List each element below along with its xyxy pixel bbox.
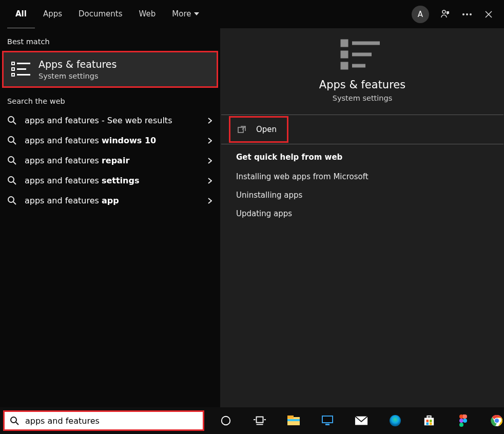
preview-panel: Apps & features System settings Open Get… [221,28,504,407]
svg-rect-50 [427,423,429,425]
svg-rect-27 [342,63,347,68]
preview-title: Apps & features [319,79,405,91]
search-web-heading: Search the web [0,97,220,110]
search-input[interactable] [24,416,198,426]
svg-rect-7 [12,62,14,65]
web-result-label: apps and features windows 10 [25,136,200,145]
tab-more[interactable]: More [164,0,207,28]
chevron-right-icon [208,158,213,163]
more-icon[interactable] [462,9,472,20]
svg-point-15 [8,137,14,142]
svg-point-33 [222,417,230,425]
quick-link-2[interactable]: Updating apps [236,209,292,218]
task-view-icon[interactable] [253,413,267,428]
tab-apps[interactable]: Apps [35,0,70,28]
svg-line-14 [13,122,16,124]
best-match-heading: Best match [0,37,220,51]
open-button[interactable]: Open [229,116,288,143]
svg-point-54 [463,414,467,419]
svg-point-1 [442,10,445,13]
main: Best match Apps & features System settin… [0,28,504,407]
best-match-subtitle: System settings [38,72,117,80]
apps-features-icon [11,60,31,79]
close-icon[interactable] [483,9,494,20]
header-tabs: All Apps Documents Web More [7,0,207,29]
tab-documents[interactable]: Documents [70,0,131,28]
header-right-icons: A [412,6,499,23]
search-icon [7,176,16,185]
svg-point-13 [8,117,14,122]
cortana-icon[interactable] [219,413,233,428]
web-result-2[interactable]: apps and features repair [0,150,220,171]
svg-point-17 [8,157,14,162]
chevron-right-icon [208,198,213,203]
svg-rect-23 [342,41,347,46]
mail-icon[interactable] [354,413,369,428]
svg-rect-51 [430,423,432,425]
web-result-3[interactable]: apps and features settings [0,171,220,191]
svg-rect-40 [287,419,300,421]
svg-point-19 [8,177,14,182]
svg-line-22 [13,202,16,204]
chevron-right-icon [208,138,213,143]
avatar[interactable]: A [412,6,429,23]
svg-rect-39 [287,416,294,419]
search-icon [7,156,16,165]
svg-point-61 [495,419,499,423]
svg-line-20 [13,182,16,184]
svg-rect-9 [12,68,14,70]
svg-line-32 [16,422,18,425]
chevron-down-icon [194,12,199,15]
web-result-1[interactable]: apps and features windows 10 [0,130,220,150]
tab-web[interactable]: Web [131,0,164,28]
svg-rect-43 [325,424,329,425]
web-result-label: apps and features settings [25,176,200,185]
edge-icon[interactable] [388,413,402,428]
web-result-0[interactable]: apps and features - See web results [0,110,220,130]
best-match-title: Apps & features [38,59,117,70]
web-result-label: apps and features - See web results [25,116,200,125]
svg-point-4 [470,13,472,15]
svg-line-16 [13,142,16,144]
web-result-label: apps and features repair [25,156,200,165]
svg-rect-34 [257,417,263,423]
chrome-icon[interactable] [490,413,504,428]
open-label: Open [256,125,277,134]
taskbar-icons [204,413,504,428]
svg-marker-0 [194,12,199,15]
preview-subtitle: System settings [333,94,393,102]
microsoft-store-icon[interactable] [422,413,436,428]
open-icon [238,125,247,134]
web-result-4[interactable]: apps and features app [0,191,220,211]
svg-point-45 [390,415,401,426]
svg-point-21 [8,197,14,202]
svg-point-3 [466,13,468,15]
feedback-icon[interactable] [440,9,451,20]
taskbar [0,407,504,434]
taskbar-searchbox[interactable] [3,410,204,431]
svg-point-56 [463,419,467,423]
best-match-item[interactable]: Apps & features System settings [2,51,218,88]
tab-all[interactable]: All [7,0,35,29]
chevron-right-icon [208,178,213,183]
svg-rect-29 [238,127,243,133]
figma-icon[interactable] [456,413,470,428]
results-panel: Best match Apps & features System settin… [0,28,221,407]
web-result-label: apps and features app [25,196,200,205]
apps-features-icon [340,37,385,72]
svg-line-18 [13,162,16,164]
svg-rect-48 [427,420,429,422]
quick-link-0[interactable]: Installing web apps from Microsoft [236,172,369,181]
preview-hero: Apps & features System settings [221,37,504,115]
settings-app-icon[interactable] [320,413,335,428]
file-explorer-icon[interactable] [286,413,301,428]
avatar-letter: A [418,10,423,19]
search-icon [7,196,16,205]
svg-rect-46 [424,418,434,426]
svg-point-31 [11,417,16,423]
svg-rect-11 [12,73,14,76]
quick-help-heading: Get quick help from web [221,144,504,165]
search-icon [10,416,19,425]
quick-link-1[interactable]: Uninstalling apps [236,191,302,200]
quick-links: Installing web apps from Microsoft Unins… [221,170,504,218]
